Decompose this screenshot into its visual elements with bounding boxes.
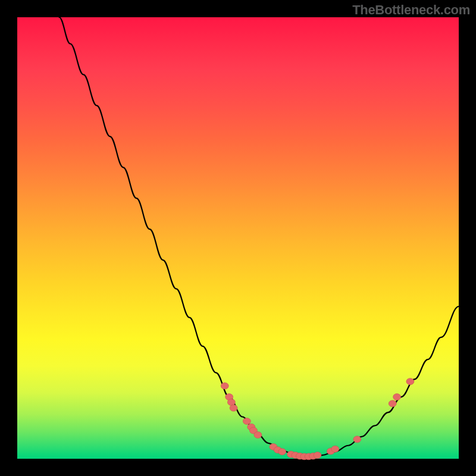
marker-group [221,378,414,460]
attribution-text: TheBottleneck.com [352,2,470,18]
chart-svg [17,17,459,459]
curve-marker [393,394,401,400]
curve-marker [243,418,250,424]
curve-marker [314,452,321,459]
curve-marker [254,431,262,438]
curve-marker [389,400,396,407]
curve-marker [331,446,339,452]
curve-marker [406,378,414,385]
curve-marker [353,436,361,443]
curve-marker [227,399,235,406]
curve-marker [278,449,286,455]
chart-gradient-frame [17,17,459,459]
bottleneck-curve [59,17,459,456]
curve-marker [221,383,228,389]
curve-marker [230,405,237,411]
